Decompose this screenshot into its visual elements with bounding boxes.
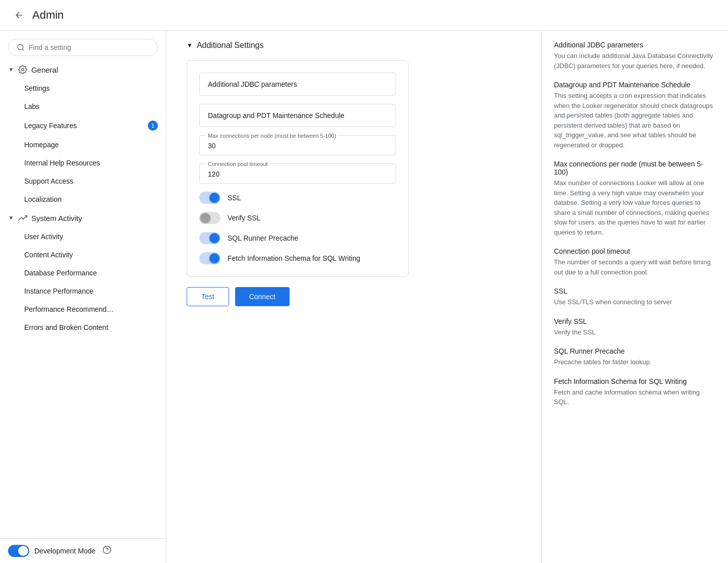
help-entry-3-title: Connection pool timeout	[554, 247, 716, 255]
fetch-schema-toggle-row: Fetch Information Schema for SQL Writing	[199, 252, 396, 264]
connection-timeout-wrapper: Connection pool timeout 120	[199, 163, 396, 184]
page-title: Admin	[32, 9, 64, 22]
sidebar-section-general[interactable]: ▼ General	[0, 60, 166, 79]
sql-precache-toggle-row: SQL Runner Precache	[199, 232, 396, 244]
help-entry-6-title: SQL Runner Precache	[554, 347, 716, 355]
sidebar-item-localization[interactable]: Localization	[0, 190, 166, 208]
verify-ssl-toggle-label: Verify SSL	[228, 214, 260, 222]
trending-up-icon	[18, 213, 27, 222]
nav-scroll: ▼ General Settings Labs Legacy Features …	[0, 60, 166, 538]
sidebar: ▼ General Settings Labs Legacy Features …	[0, 31, 166, 563]
test-button[interactable]: Test	[187, 287, 229, 306]
chevron-down-icon: ▼	[8, 66, 14, 73]
chevron-down-icon-2: ▼	[8, 214, 14, 221]
fetch-schema-label: Fetch Information Schema for SQL Writing	[228, 254, 360, 262]
help-entry-1-title: Datagroup and PDT Maintenance Schedule	[554, 81, 716, 89]
help-entry-5-desc: Verify the SSL	[554, 327, 716, 337]
section-title: ▼ Additional Settings	[187, 41, 521, 50]
help-entry-1: Datagroup and PDT Maintenance Schedule T…	[554, 81, 716, 150]
connection-timeout-label: Connection pool timeout	[206, 161, 270, 167]
header: Admin	[0, 0, 728, 31]
verify-ssl-toggle-knob	[200, 213, 210, 223]
help-entry-7: Fetch Information Schema for SQL Writing…	[554, 377, 716, 407]
svg-point-1	[22, 69, 24, 71]
sidebar-section-system-activity-label: System Activity	[31, 214, 82, 222]
help-icon-button[interactable]	[102, 545, 111, 557]
help-entry-4: SSL Use SSL/TLS when connecting to serve…	[554, 287, 716, 307]
jdbc-params-field[interactable]: Additional JDBC parameters	[199, 73, 396, 96]
sidebar-item-legacy-features[interactable]: Legacy Features 1	[0, 116, 166, 136]
help-entry-4-desc: Use SSL/TLS when connecting to server	[554, 297, 716, 307]
max-connections-wrapper: Max connections per node (must be betwee…	[199, 135, 396, 155]
help-entry-6-desc: Precache tables for faster lookup.	[554, 357, 716, 367]
legacy-features-badge: 1	[148, 121, 158, 131]
gear-icon	[18, 65, 27, 74]
help-entry-1-desc: This setting accepts a cron expression t…	[554, 91, 716, 150]
settings-card: Additional JDBC parameters Datagroup and…	[187, 60, 409, 277]
search-box[interactable]	[8, 39, 158, 56]
sql-precache-knob	[209, 233, 219, 243]
svg-point-0	[18, 44, 23, 50]
search-container	[0, 31, 166, 60]
fetch-schema-knob	[209, 253, 219, 263]
ssl-toggle-label: SSL	[228, 194, 241, 202]
sidebar-item-instance-performance[interactable]: Instance Performance	[0, 282, 166, 300]
help-entry-6: SQL Runner Precache Precache tables for …	[554, 347, 716, 367]
verify-ssl-toggle[interactable]	[199, 212, 220, 224]
search-input[interactable]	[29, 43, 149, 51]
content-area: ▼ Additional Settings Additional JDBC pa…	[166, 31, 541, 563]
help-entry-7-title: Fetch Information Schema for SQL Writing	[554, 377, 716, 385]
sidebar-section-general-label: General	[31, 66, 58, 74]
back-button[interactable]	[12, 8, 26, 22]
action-bar: Test Connect	[187, 277, 409, 311]
ssl-toggle-knob	[209, 193, 219, 203]
help-entry-3-desc: The number of seconds a query will wait …	[554, 257, 716, 277]
sidebar-item-support-access[interactable]: Support Access	[0, 172, 166, 190]
sidebar-item-homepage[interactable]: Homepage	[0, 136, 166, 154]
help-entry-0-title: Additional JDBC parameters	[554, 41, 716, 49]
help-entry-3: Connection pool timeout The number of se…	[554, 247, 716, 277]
help-entry-0-desc: You can include additional Java Database…	[554, 51, 716, 71]
toggle-knob	[18, 546, 28, 556]
help-entry-4-title: SSL	[554, 287, 716, 295]
sidebar-item-labs[interactable]: Labs	[0, 97, 166, 116]
sidebar-item-internal-help[interactable]: Internal Help Resources	[0, 154, 166, 172]
connect-button[interactable]: Connect	[235, 287, 290, 306]
help-entry-0: Additional JDBC parameters You can inclu…	[554, 41, 716, 71]
search-icon	[17, 43, 25, 51]
sql-precache-label: SQL Runner Precache	[228, 234, 298, 242]
section-chevron-icon: ▼	[187, 42, 193, 49]
ssl-toggle-row: SSL	[199, 192, 396, 204]
sidebar-section-system-activity[interactable]: ▼ System Activity	[0, 208, 166, 228]
verify-ssl-toggle-row: Verify SSL	[199, 212, 396, 224]
sidebar-item-performance-recommend[interactable]: Performance Recommend…	[0, 300, 166, 318]
datagroup-field[interactable]: Datagroup and PDT Maintenance Schedule	[199, 104, 396, 127]
ssl-toggle[interactable]	[199, 192, 220, 204]
sql-precache-toggle[interactable]	[199, 232, 220, 244]
sidebar-item-user-activity[interactable]: User Activity	[0, 228, 166, 246]
connection-timeout-value[interactable]: 120	[208, 170, 387, 178]
help-entry-2-desc: Max number of connections Looker will al…	[554, 178, 716, 237]
help-entry-2-title: Max connections per node (must be betwee…	[554, 160, 716, 176]
fetch-schema-toggle[interactable]	[199, 252, 220, 264]
help-entry-5: Verify SSL Verify the SSL	[554, 317, 716, 337]
sidebar-item-database-performance[interactable]: Database Performance	[0, 264, 166, 282]
dev-mode-label: Development Mode	[34, 547, 95, 555]
sidebar-item-content-activity[interactable]: Content Activity	[0, 246, 166, 264]
help-entry-5-title: Verify SSL	[554, 317, 716, 325]
sidebar-item-settings[interactable]: Settings	[0, 79, 166, 97]
right-panel: Additional JDBC parameters You can inclu…	[541, 31, 728, 563]
sidebar-item-errors-broken-content[interactable]: Errors and Broken Content	[0, 318, 166, 336]
max-connections-value[interactable]: 30	[208, 142, 387, 150]
help-entry-2: Max connections per node (must be betwee…	[554, 160, 716, 237]
dev-mode-toggle[interactable]	[8, 545, 29, 557]
sidebar-footer: Development Mode	[0, 538, 166, 563]
help-entry-7-desc: Fetch and cache information schema when …	[554, 387, 716, 407]
max-connections-label: Max connections per node (must be betwee…	[206, 133, 338, 139]
main-layout: ▼ General Settings Labs Legacy Features …	[0, 31, 728, 563]
